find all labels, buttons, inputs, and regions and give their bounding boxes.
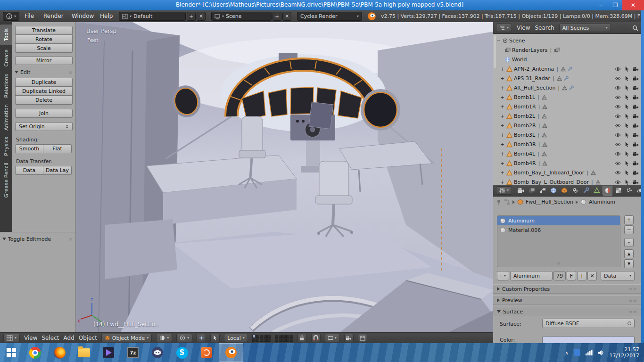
expand-icon[interactable]: + (500, 114, 505, 119)
outliner-row-object[interactable]: + Bomb1L | (493, 92, 641, 102)
snap-toggle[interactable] (311, 334, 321, 342)
taskbar-explorer-button[interactable] (72, 343, 96, 362)
render-engine-selector[interactable]: Cycles Render ▾ (297, 12, 362, 21)
selectability-cursor-icon[interactable] (625, 132, 629, 138)
collapse-icon[interactable]: − (496, 38, 501, 43)
browse-material-button[interactable]: ▾ (497, 271, 509, 280)
list-resize-grip[interactable]: ≡ (497, 261, 620, 266)
opengl-render-button[interactable] (344, 334, 354, 342)
selectability-cursor-icon[interactable] (625, 66, 629, 72)
view-menu[interactable]: View (24, 335, 37, 341)
render-camera-icon[interactable] (633, 151, 639, 157)
expand-icon[interactable]: + (500, 104, 505, 109)
outliner-row-object[interactable]: + Bomb_Bay_L_Inboard_Door | (493, 168, 641, 177)
selectability-cursor-icon[interactable] (625, 179, 629, 185)
material-name-field[interactable]: Aluminum (510, 271, 553, 280)
taskbar-discord-button[interactable] (145, 343, 170, 362)
render-camera-icon[interactable] (633, 94, 639, 100)
outliner-row-world[interactable]: World (493, 55, 641, 64)
network-icon[interactable] (586, 350, 593, 355)
taskbar-clock[interactable]: 21:57 17/12/2017 (610, 346, 639, 359)
smooth-button[interactable]: Smooth (15, 144, 43, 153)
redo-panel-header[interactable]: Toggle Editmode ≡ (2, 235, 73, 243)
render-camera-icon[interactable] (633, 123, 639, 129)
set-origin-dropdown[interactable]: Set Origin↕ (15, 122, 73, 131)
edit-panel-header[interactable]: Edit ≡ (15, 68, 73, 76)
render-camera-icon[interactable] (633, 179, 639, 185)
add-material-slot-button[interactable]: + (624, 215, 634, 224)
outliner-row-object[interactable]: + Bomb3R | (493, 140, 641, 149)
render-camera-icon[interactable] (633, 113, 639, 119)
visibility-eye-icon[interactable] (615, 94, 621, 100)
selectability-cursor-icon[interactable] (625, 151, 629, 157)
lock-toggle[interactable] (297, 334, 307, 342)
taskbar-chrome-button[interactable] (23, 343, 47, 362)
expand-icon[interactable]: + (500, 85, 505, 90)
add-scene-button[interactable]: + (272, 12, 281, 21)
expand-icon[interactable]: + (500, 142, 505, 147)
material-slot-selected[interactable]: Aluminum (497, 216, 620, 225)
scenes-filter-dropdown[interactable]: All Scenes▾ (559, 24, 611, 32)
visibility-eye-icon[interactable] (615, 170, 621, 176)
move-slot-up-button[interactable]: ▲ (624, 249, 634, 258)
expand-icon[interactable]: + (500, 95, 505, 100)
tray-expand-icon[interactable]: ∧ (565, 350, 568, 355)
scale-button[interactable]: Scale (15, 44, 73, 53)
visibility-eye-icon[interactable] (615, 85, 621, 91)
restore-button[interactable]: ❐ (608, 0, 622, 10)
tab-render[interactable] (516, 186, 526, 196)
visibility-eye-icon[interactable] (615, 151, 621, 157)
outliner-scrollbar[interactable] (494, 35, 496, 68)
breadcrumb-object[interactable]: Fwd__Hull_Section (526, 199, 573, 205)
render-camera-icon[interactable] (633, 132, 639, 138)
translate-button[interactable]: Translate (15, 26, 73, 35)
selectability-cursor-icon[interactable] (625, 123, 629, 129)
outliner-row-object[interactable]: + Bomb_Bay_L_Outboard_Door | (493, 177, 641, 185)
tab-create[interactable]: Create (0, 46, 12, 70)
tab-world[interactable] (548, 186, 558, 196)
layers-widget-right[interactable] (275, 335, 293, 342)
duplicate-button[interactable]: Duplicate (15, 78, 73, 87)
tab-tools[interactable]: Tools (0, 25, 12, 45)
editor-type-button[interactable]: ▾ (3, 334, 20, 342)
object-menu[interactable]: Object (79, 335, 97, 341)
menu-file[interactable]: File (25, 13, 34, 19)
outliner-row-object[interactable]: + Bomb2R | (493, 121, 641, 130)
tray-app-icon[interactable] (574, 349, 580, 356)
visibility-eye-icon[interactable] (615, 132, 621, 138)
pivot-dropdown[interactable]: ▾ (176, 334, 192, 342)
expand-icon[interactable]: + (500, 132, 505, 138)
delete-scene-button[interactable]: ✕ (282, 12, 291, 21)
flat-button[interactable]: Flat (43, 144, 72, 153)
render-camera-icon[interactable] (633, 66, 639, 72)
visibility-eye-icon[interactable] (615, 66, 621, 72)
menu-render[interactable]: Render (43, 13, 64, 19)
move-slot-down-button[interactable]: ▼ (624, 259, 634, 268)
pin-icon[interactable] (496, 199, 502, 205)
menu-window[interactable]: Window (72, 13, 94, 19)
tab-object-data[interactable] (592, 186, 602, 196)
tab-physics[interactable]: Physics (0, 134, 12, 158)
render-camera-icon[interactable] (633, 104, 639, 110)
render-camera-icon[interactable] (633, 141, 639, 148)
start-button[interactable] (0, 343, 23, 362)
preview-panel-header[interactable]: Preview ≡≡ (493, 296, 641, 305)
breadcrumb-material[interactable]: Aluminum (589, 199, 615, 205)
visibility-eye-icon[interactable] (615, 179, 621, 185)
search-icon[interactable] (632, 25, 638, 31)
outliner-row-object[interactable]: + Aft_Hull_Section | (493, 83, 641, 92)
layers-widget-left[interactable] (252, 335, 271, 342)
render-camera-icon[interactable] (633, 160, 639, 166)
selectability-cursor-icon[interactable] (625, 104, 629, 110)
expand-icon[interactable]: + (500, 151, 505, 156)
custom-properties-panel-header[interactable]: Custom Properties ≡≡ (493, 284, 641, 294)
t ab-relations[interactable]: Relations (0, 71, 12, 101)
screen-layout-selector[interactable]: ▾ Default (119, 12, 186, 21)
delete-button[interactable]: Delete (15, 96, 73, 105)
visibility-eye-icon[interactable] (615, 75, 621, 82)
selectability-cursor-icon[interactable] (625, 160, 629, 166)
tab-particles[interactable] (624, 186, 634, 196)
nodes-icon[interactable] (504, 199, 510, 205)
mirror-button[interactable]: Mirror (15, 56, 73, 65)
render-camera-icon[interactable] (633, 85, 639, 91)
